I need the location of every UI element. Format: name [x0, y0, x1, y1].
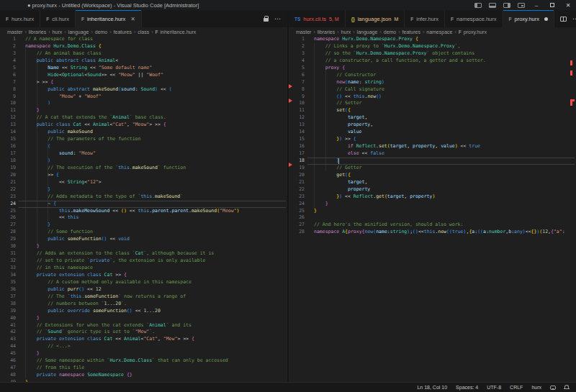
breadcrumb-item[interactable]: namespace [426, 29, 452, 35]
breadcrumb-file[interactable]: proxy.hurx [464, 29, 487, 35]
hurx-file-icon: F [6, 17, 9, 22]
breadcrumb-item[interactable]: libraries [29, 29, 47, 35]
more-actions-icon[interactable]: ⋯ [572, 15, 576, 22]
close-button[interactable]: ✕ [560, 0, 576, 10]
token: `, [455, 43, 461, 49]
code-text: }) >> { [314, 136, 356, 142]
breadcrumb-item[interactable]: demo [95, 29, 108, 35]
toggle-panel-right-icon[interactable] [503, 3, 510, 8]
split-editor-icon[interactable] [560, 17, 567, 22]
code-text: property, [314, 122, 373, 127]
token: Hurx.Demo.Class [109, 357, 152, 363]
status-language-mode[interactable]: hurx [531, 385, 541, 390]
more-actions-icon[interactable]: ⋯ [274, 15, 282, 22]
line-number: 14 [289, 129, 305, 136]
close-icon[interactable]: ✕ [130, 16, 135, 22]
token: { [342, 65, 345, 70]
breadcrumb-item[interactable]: hurx [53, 29, 63, 35]
chevron-right-icon: › [48, 29, 50, 35]
breadcrumb-item[interactable]: master [7, 29, 22, 35]
status-cursor-position[interactable]: Ln 18, Col 10 [417, 385, 447, 390]
code-text: // The `this.someFunction` now returns a… [25, 293, 186, 299]
code-line: 31 // Adds an extension to the class `Ca… [0, 250, 287, 257]
token: // Adds metadata to the type of ` [25, 193, 140, 199]
toggle-panel-left-icon[interactable] [474, 3, 482, 8]
tab-inheritance.hurx[interactable]: Finheritance.hurx✕ [76, 10, 142, 27]
token: } [314, 193, 339, 199]
breadcrumb-item[interactable]: language [357, 29, 378, 35]
line-number: 49 [0, 379, 16, 382]
token: private extension class [25, 336, 104, 342]
lock-icon[interactable] [264, 18, 269, 22]
maximize-button[interactable] [544, 0, 560, 10]
line-number: 11 [0, 107, 16, 114]
token: // A cat that extends the ` [25, 114, 112, 120]
maximize-icon [550, 3, 554, 7]
chevron-right-icon: › [109, 29, 111, 35]
breadcrumb-item[interactable]: hurx [341, 29, 351, 35]
line-number: 15 [0, 136, 16, 143]
token: } [25, 350, 40, 356]
status-eol-sequence[interactable]: CRLF [510, 385, 523, 390]
code-text: // A custom method only available in thi… [25, 279, 192, 285]
editor-pane-proxy[interactable]: 1namespace Hurx.Demo.Namespace.Proxy {2 … [289, 36, 576, 382]
tab-cli.hurx[interactable]: Fcli.hurx [40, 10, 76, 27]
tab-infer.hurx[interactable]: Finfer.hurx [405, 10, 445, 27]
token: `, although because it is [143, 250, 214, 256]
editor-pane-inheritance[interactable]: 1// A namespace for class2namespace Hurx… [0, 36, 287, 382]
status-indentation[interactable]: Spaces: 4 [456, 385, 478, 390]
bell-icon[interactable] [564, 385, 569, 388]
status-encoding[interactable]: UTF-8 [487, 385, 501, 390]
code-line: 1// A namespace for class [0, 36, 287, 43]
line-number: 25 [0, 208, 16, 215]
token: } [25, 315, 40, 321]
token: ~ [25, 201, 53, 206]
token: namespace [59, 372, 84, 378]
code-line: 8 public abstract makeSound(sound: Sound… [0, 86, 287, 94]
toggle-panel-bottom-icon[interactable] [489, 3, 496, 8]
token: Sound [48, 329, 62, 334]
line-number: 13 [289, 122, 305, 129]
token: makeSound [155, 193, 180, 199]
breadcrumb-item[interactable]: language [68, 29, 89, 35]
breadcrumb-item[interactable]: features [114, 29, 132, 35]
tab-hurx.cli.ts[interactable]: TShurx.cli.ts5, M [289, 10, 346, 27]
token: // a constructor, a call function, a get… [314, 58, 486, 63]
breadcrumb-file[interactable]: inheritance.hurx [161, 29, 197, 35]
code-line: 29 public someFunction() << void [0, 236, 287, 243]
tab-proxy.hurx[interactable]: Fproxy.hurx [503, 10, 554, 27]
token: any [514, 229, 523, 234]
breadcrumb-item[interactable]: libraries [318, 29, 336, 35]
tab-namespace.hurx[interactable]: Fnamespace.hurx [445, 10, 503, 27]
token: << [84, 286, 96, 292]
token: } [314, 158, 339, 163]
breadcrumb-item[interactable]: demo [384, 29, 397, 35]
feedback-icon[interactable] [550, 386, 556, 390]
code-text: ) [25, 100, 50, 106]
code-line: 8 // Call signature [289, 86, 576, 94]
token: someFunction [84, 293, 118, 299]
breadcrumb-item[interactable]: features [402, 29, 420, 35]
token: // in this namespace [25, 265, 93, 270]
tab-language.json[interactable]: {}language.jsonM [346, 10, 405, 27]
tab-hurx.hurx[interactable]: Fhurx.hurx [0, 10, 40, 27]
breadcrumb-right: master›libraries›hurx›language›demo›feat… [289, 27, 576, 36]
token: // A custom method only available in thi… [25, 279, 192, 285]
line-number: 3 [0, 50, 16, 58]
token: "Cat" [143, 336, 158, 342]
code-text: // And here's the minified version, shou… [314, 222, 463, 227]
token: (( [446, 229, 452, 234]
token: Animal [99, 58, 115, 63]
token: // set to private ` [25, 257, 90, 263]
token: public [25, 129, 68, 135]
breadcrumb-item[interactable]: class [138, 29, 149, 35]
code-line: 43 private extension class Cat << Animal… [0, 336, 287, 343]
token: { [124, 272, 127, 278]
token: { [354, 136, 356, 142]
breadcrumb-item[interactable]: master [296, 29, 311, 35]
customize-layout-icon[interactable] [518, 3, 525, 8]
line-number: 18 [0, 158, 16, 165]
token: Cat [73, 122, 82, 127]
code-line: 15 // The parameters of the function [0, 136, 287, 143]
minimize-button[interactable]: – [528, 0, 544, 10]
